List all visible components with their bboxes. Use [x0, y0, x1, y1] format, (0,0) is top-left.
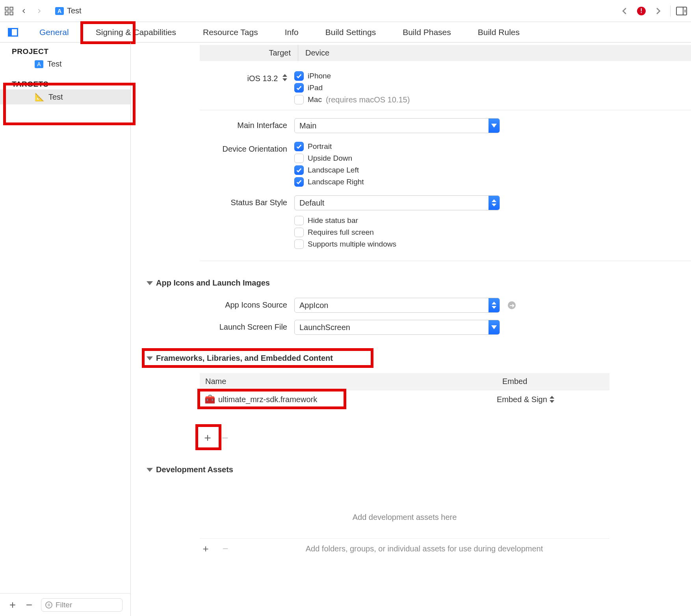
device-ipad-checkbox[interactable]: [294, 83, 304, 93]
stepper-icon[interactable]: [282, 74, 287, 81]
status-bar-select[interactable]: Default: [294, 195, 500, 210]
framework-name: ultimate_mrz-sdk.framework: [218, 395, 317, 404]
nav-back-icon[interactable]: [19, 7, 29, 15]
tab-build-phases[interactable]: Build Phases: [389, 22, 464, 42]
tab-build-settings[interactable]: Build Settings: [312, 22, 389, 42]
target-app-icon: 📐: [35, 92, 45, 102]
nav-forward-icon[interactable]: [34, 7, 44, 15]
svg-rect-1: [10, 7, 13, 10]
top-toolbar: Test !: [0, 0, 691, 22]
status-bar-value: Default: [295, 199, 489, 208]
orient-upside-checkbox[interactable]: [294, 154, 304, 163]
svg-rect-2: [5, 12, 8, 15]
chevron-down-icon: [489, 119, 500, 133]
framework-embed-value: Embed & Sign: [497, 395, 547, 404]
filter-icon: ≡: [45, 601, 52, 609]
fullscreen-checkbox[interactable]: [294, 228, 304, 237]
svg-rect-4: [676, 7, 687, 15]
related-items-icon[interactable]: [4, 6, 14, 16]
svg-rect-0: [5, 7, 8, 10]
remove-target-button[interactable]: −: [24, 599, 34, 611]
filter-input[interactable]: ≡ Filter: [41, 598, 123, 612]
svg-marker-14: [492, 306, 496, 309]
navigator-toggle-icon[interactable]: [0, 22, 26, 42]
svg-marker-17: [550, 400, 554, 403]
sidebar-item-project[interactable]: Test: [0, 57, 130, 71]
hdr-device: Device: [298, 45, 691, 61]
add-framework-button[interactable]: +: [202, 431, 214, 445]
nav-prev-icon[interactable]: [618, 6, 632, 16]
sidebar-item-target[interactable]: 📐 Test: [0, 89, 130, 104]
framework-icon: 🧰: [204, 394, 215, 404]
error-badge-icon[interactable]: !: [637, 7, 646, 15]
multi-window-checkbox[interactable]: [294, 239, 304, 249]
svg-rect-3: [10, 12, 13, 15]
section-dev-assets: Development Assets: [131, 462, 691, 477]
editor-content: Target Device iOS 13.2 iPhone: [131, 43, 691, 616]
go-to-asset-icon[interactable]: ➜: [508, 301, 516, 309]
chevron-down-icon: [489, 320, 500, 334]
orient-land-left-checkbox[interactable]: [294, 165, 304, 175]
hide-statusbar-label: Hide status bar: [308, 216, 358, 225]
status-bar-label: Status Bar Style: [131, 195, 294, 210]
disclosure-icon[interactable]: [147, 356, 153, 360]
tab-general[interactable]: General: [26, 22, 82, 42]
svg-marker-16: [550, 396, 554, 399]
dev-assets-footer: + − Add folders, groups, or individual a…: [200, 538, 609, 555]
svg-marker-13: [492, 302, 496, 304]
panel-toggle-icon[interactable]: [676, 7, 687, 15]
tab-resource-tags[interactable]: Resource Tags: [189, 22, 271, 42]
orient-upside-label: Upside Down: [308, 154, 352, 163]
project-icon: [35, 60, 43, 68]
app-icons-source-select[interactable]: AppIcon: [294, 298, 500, 313]
updown-icon: [489, 298, 500, 312]
add-dev-asset-button[interactable]: +: [200, 543, 212, 555]
disclosure-icon[interactable]: [147, 281, 153, 285]
orient-portrait-label: Portrait: [308, 142, 332, 151]
tab-info[interactable]: Info: [271, 22, 312, 42]
deployment-header: Target Device: [200, 45, 691, 61]
device-mac-note: (requires macOS 10.15): [326, 95, 410, 104]
svg-marker-15: [491, 325, 497, 329]
sidebar-footer: + − ≡ Filter: [0, 593, 130, 616]
section-title: App Icons and Launch Images: [156, 278, 270, 288]
svg-marker-9: [282, 78, 287, 81]
project-icon: [55, 7, 64, 15]
remove-dev-asset-button[interactable]: −: [219, 543, 231, 555]
dev-assets-placeholder: Add development assets here: [200, 497, 609, 534]
crumb-label: Test: [67, 6, 82, 15]
section-app-icons: App Icons and Launch Images: [131, 275, 691, 291]
nav-next-icon[interactable]: [651, 6, 665, 16]
sidebar-item-label: Test: [48, 93, 63, 102]
add-target-button[interactable]: +: [8, 599, 17, 611]
device-iphone-label: iPhone: [308, 72, 331, 80]
orientation-label: Device Orientation: [131, 142, 294, 156]
device-mac-label: Mac: [308, 95, 322, 104]
breadcrumb[interactable]: Test: [55, 6, 82, 15]
main-interface-label: Main Interface: [131, 118, 294, 132]
app-icons-source-label: App Icons Source: [131, 298, 294, 312]
device-mac-checkbox[interactable]: [294, 95, 304, 104]
section-title: Frameworks, Libraries, and Embedded Cont…: [156, 354, 333, 363]
multi-window-label: Supports multiple windows: [308, 240, 396, 249]
frameworks-th-embed: Embed: [497, 373, 609, 390]
framework-embed-select[interactable]: Embed & Sign: [497, 395, 605, 404]
launch-screen-select[interactable]: LaunchScreen: [294, 320, 500, 335]
orient-land-right-checkbox[interactable]: [294, 177, 304, 187]
framework-row[interactable]: 🧰 ultimate_mrz-sdk.framework Embed & Sig…: [200, 390, 609, 408]
orient-land-right-label: Landscape Right: [308, 178, 364, 186]
project-sidebar: PROJECT Test TARGETS 📐 Test + − ≡ Filter: [0, 43, 131, 616]
tab-signing[interactable]: Signing & Capabilities: [82, 22, 189, 42]
fullscreen-label: Requires full screen: [308, 228, 374, 237]
orient-portrait-checkbox[interactable]: [294, 142, 304, 151]
disclosure-icon[interactable]: [147, 468, 153, 472]
main-interface-select[interactable]: Main: [294, 118, 500, 133]
remove-framework-button[interactable]: −: [219, 431, 231, 445]
section-title: Development Assets: [156, 465, 233, 474]
main-interface-value: Main: [295, 121, 489, 130]
device-iphone-checkbox[interactable]: [294, 71, 304, 81]
editor-tabs: General Signing & Capabilities Resource …: [0, 22, 691, 43]
tab-build-rules[interactable]: Build Rules: [464, 22, 533, 42]
hide-statusbar-checkbox[interactable]: [294, 216, 304, 225]
ios-version-label: iOS 13.2: [131, 71, 294, 85]
